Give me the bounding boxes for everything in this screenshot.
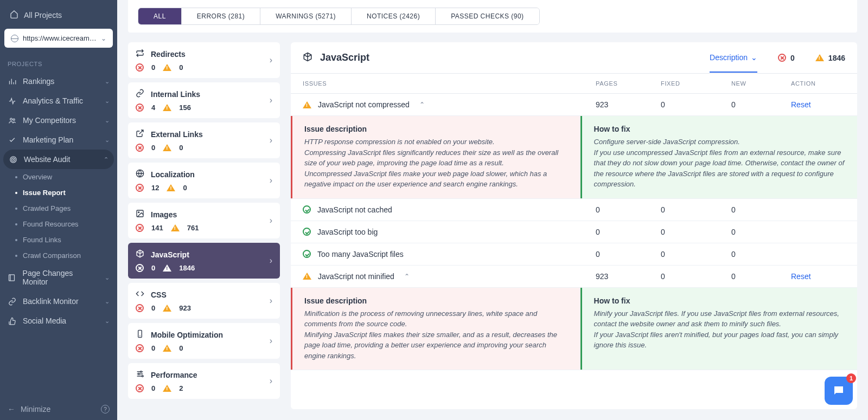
category-localization[interactable]: Localization 12 0 › — [128, 163, 280, 198]
chevron-right-icon: › — [270, 256, 272, 266]
detail-panel: JavaScript Description ⌄ 0 1846 — [291, 42, 857, 409]
pulse-icon — [8, 97, 16, 105]
minimize-button[interactable]: ← Minimize ? — [0, 398, 117, 420]
project-selector[interactable]: https://www.icecream… ⌄ — [4, 29, 113, 48]
warning-icon — [163, 345, 171, 352]
svg-point-11 — [138, 373, 140, 375]
chevron-right-icon: › — [270, 296, 272, 306]
globe-icon — [11, 35, 18, 42]
nav-item-backlink-monitor[interactable]: Backlink Monitor⌄ — [0, 292, 117, 311]
sliders-icon — [136, 370, 144, 380]
error-icon — [136, 304, 144, 312]
subnav-crawl-comparison[interactable]: Crawl Comparison — [4, 248, 117, 263]
subnav-found-links[interactable]: Found Links — [4, 232, 117, 248]
error-icon — [136, 104, 144, 112]
warning-icon — [163, 264, 171, 272]
help-icon[interactable]: ? — [101, 405, 110, 413]
chevron-right-icon: › — [270, 176, 272, 185]
warning-icon — [303, 101, 311, 108]
category-javascript[interactable]: JavaScript 0 1846 › — [128, 243, 280, 279]
nav-list: Rankings⌄Analytics & Traffic⌄My Competit… — [0, 72, 117, 331]
chevron-down-icon: ⌄ — [751, 53, 757, 62]
mobile-icon — [136, 329, 144, 340]
error-icon — [136, 184, 144, 192]
code-icon — [136, 289, 144, 300]
chevron-right-icon: › — [270, 55, 272, 65]
nav-item-website-audit[interactable]: Website Audit⌃ — [3, 150, 114, 169]
all-projects-label: All Projects — [24, 11, 62, 20]
warning-icon — [163, 385, 171, 392]
sidebar: All Projects https://www.icecream… ⌄ PRO… — [0, 0, 117, 420]
link-icon — [136, 89, 144, 99]
svg-rect-5 — [9, 274, 15, 280]
tab-all[interactable]: ALL — [138, 8, 182, 24]
category-internal-links[interactable]: Internal Links 4 156 › — [128, 82, 280, 118]
issue-row[interactable]: JavaScript not cached 0 0 0 — [291, 199, 857, 221]
category-external-links[interactable]: External Links 0 0 › — [128, 122, 280, 158]
img-icon — [136, 209, 144, 219]
category-css[interactable]: CSS 0 923 › — [128, 283, 280, 319]
nav-item-page-changes-monitor[interactable]: Page Changes Monitor⌄ — [0, 263, 117, 292]
col-fixed: FIXED — [661, 80, 731, 87]
col-action: ACTION — [791, 80, 845, 87]
home-icon — [10, 10, 18, 20]
all-projects-link[interactable]: All Projects — [4, 5, 113, 24]
category-mobile-optimization[interactable]: Mobile Optimization 0 0 › — [128, 323, 280, 359]
reset-link[interactable]: Reset — [791, 272, 811, 281]
subnav-crawled-pages[interactable]: Crawled Pages — [4, 201, 117, 216]
nav-item-marketing-plan[interactable]: Marketing Plan⌄ — [0, 130, 117, 150]
warning-icon — [303, 273, 311, 280]
category-redirects[interactable]: Redirects 0 0 › — [128, 42, 280, 78]
nav-item-analytics-traffic[interactable]: Analytics & Traffic⌄ — [0, 91, 117, 111]
project-url: https://www.icecream… — [23, 34, 97, 42]
filter-tabs: ALLERRORS (281)WARNINGS (5271)NOTICES (2… — [138, 8, 540, 25]
chevron-right-icon: › — [270, 336, 272, 346]
reset-link[interactable]: Reset — [791, 100, 811, 109]
chevron-icon: ⌄ — [105, 117, 110, 124]
chevron-down-icon: ⌄ — [101, 35, 106, 42]
target-icon — [9, 156, 17, 164]
error-icon — [136, 344, 144, 352]
nav-item-rankings[interactable]: Rankings⌄ — [0, 72, 117, 91]
chevron-up-icon: ⌃ — [419, 101, 425, 108]
summary-errors: 0 — [778, 54, 795, 62]
category-list: Redirects 0 0 › Internal Links 4 156 › E… — [128, 42, 280, 409]
chevron-icon: ⌄ — [105, 98, 110, 105]
error-icon — [136, 144, 144, 152]
issue-row[interactable]: Too many JavaScript files 0 0 0 — [291, 243, 857, 266]
warning-icon — [171, 224, 180, 231]
description-dropdown[interactable]: Description ⌄ — [710, 53, 757, 73]
cube-icon — [303, 52, 312, 63]
summary-warnings: 1846 — [815, 54, 845, 62]
nav-item-my-competitors[interactable]: My Competitors⌄ — [0, 111, 117, 130]
chevron-icon: ⌄ — [105, 137, 110, 144]
issue-details: Issue descriptionMinification is the pro… — [291, 288, 857, 371]
minimize-label: Minimize — [21, 405, 50, 413]
arrow-left-icon: ← — [8, 405, 15, 413]
tab-notices[interactable]: NOTICES (2426) — [352, 8, 436, 24]
table-header: ISSUES PAGES FIXED NEW ACTION — [291, 74, 857, 94]
detail-title: JavaScript — [320, 52, 369, 63]
chevron-icon: ⌄ — [105, 298, 110, 305]
subnav-found-resources[interactable]: Found Resources — [4, 216, 117, 232]
tab-passed[interactable]: PASSED CHECKS (90) — [436, 8, 539, 24]
people-icon — [8, 117, 16, 125]
subnav-issue-report[interactable]: Issue Report — [4, 185, 117, 201]
issue-row[interactable]: JavaScript too big 0 0 0 — [291, 221, 857, 243]
category-images[interactable]: Images 141 761 › — [128, 203, 280, 238]
col-new: NEW — [731, 80, 791, 87]
bars-icon — [8, 77, 16, 86]
nav-item-social-media[interactable]: Social Media⌄ — [0, 311, 117, 331]
issue-row[interactable]: JavaScript not minified⌃ 923 0 0 Reset — [291, 266, 857, 288]
tab-errors[interactable]: ERRORS (281) — [182, 8, 260, 24]
ext-icon — [136, 129, 144, 139]
subnav-overview[interactable]: Overview — [4, 169, 117, 185]
category-performance[interactable]: Performance 0 2 › — [128, 363, 280, 399]
warning-icon — [163, 104, 171, 111]
chat-button[interactable]: 1 — [825, 377, 853, 405]
issue-row[interactable]: JavaScript not compressed⌃ 923 0 0 Reset — [291, 94, 857, 116]
col-issues: ISSUES — [303, 80, 596, 87]
globe-icon — [136, 169, 144, 179]
tab-warnings[interactable]: WARNINGS (5271) — [260, 8, 352, 24]
issue-details: Issue descriptionHTTP response compressi… — [291, 116, 857, 199]
